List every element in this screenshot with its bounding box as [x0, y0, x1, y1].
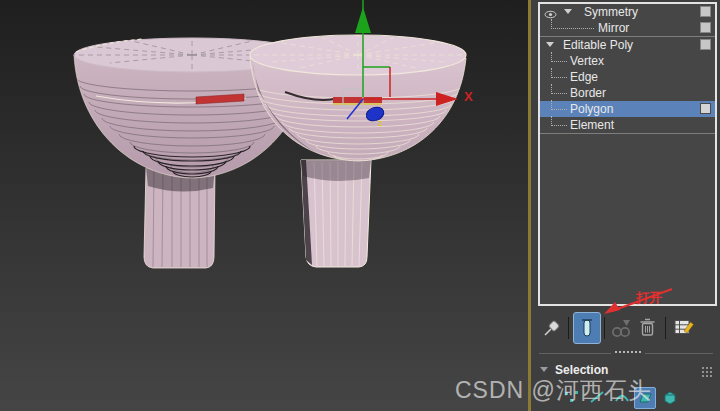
- command-panel: Symmetry Mirror Editable Poly Vertex Edg…: [531, 0, 720, 411]
- stack-divider: [540, 133, 715, 134]
- axis-z-label: z: [378, 118, 383, 128]
- stack-row-label: Polygon: [570, 101, 613, 117]
- stack-row-label: Vertex: [570, 53, 604, 69]
- show-end-result-button[interactable]: [573, 312, 601, 344]
- annotation-text: 打开: [636, 289, 662, 307]
- element-icon: [661, 389, 679, 405]
- polygon-icon: [636, 390, 654, 406]
- stack-row-label: Element: [570, 117, 614, 133]
- modifier-toggle-square[interactable]: [700, 103, 711, 114]
- make-unique-icon: [610, 318, 633, 339]
- pin-stack-button[interactable]: [539, 316, 563, 340]
- test-tube-icon: [580, 317, 594, 339]
- modifier-toggle-square[interactable]: [700, 39, 711, 50]
- tree-connector: [551, 52, 567, 62]
- toolbar-separator: [568, 317, 569, 339]
- stack-row-label: Mirror: [598, 20, 629, 36]
- chevron-down-icon[interactable]: [564, 9, 572, 14]
- stack-row-mirror[interactable]: Mirror: [540, 20, 715, 36]
- toolbar-separator: [665, 317, 666, 339]
- polygon-mode-button[interactable]: [634, 387, 656, 409]
- stack-row-label: Edge: [570, 69, 598, 85]
- rollout-splitter: [645, 353, 713, 354]
- selection-rollout-header[interactable]: Selection: [531, 360, 720, 380]
- vertex-icon: [563, 389, 581, 405]
- tree-connector: [551, 100, 567, 110]
- edge-mode-button[interactable]: [586, 387, 608, 409]
- modifier-stack-list[interactable]: Symmetry Mirror Editable Poly Vertex Edg…: [538, 2, 717, 306]
- remove-modifier-button[interactable]: [637, 315, 657, 339]
- trash-icon: [639, 317, 656, 337]
- stack-row-symmetry[interactable]: Symmetry: [540, 4, 715, 20]
- tree-connector: [551, 19, 594, 29]
- rollout-splitter: [539, 353, 611, 354]
- tree-connector: [551, 84, 567, 94]
- border-mode-button[interactable]: [611, 387, 633, 409]
- element-mode-button[interactable]: [659, 387, 681, 409]
- tree-connector: [551, 116, 567, 126]
- stack-row-editable-poly[interactable]: Editable Poly: [540, 37, 715, 53]
- stack-row-label: Editable Poly: [563, 37, 633, 53]
- selected-polygon-right[interactable]: [333, 97, 382, 103]
- border-icon: [613, 389, 631, 405]
- configure-modifier-sets-button[interactable]: [672, 316, 696, 338]
- make-unique-button[interactable]: [609, 317, 633, 339]
- chevron-down-icon[interactable]: [546, 42, 554, 47]
- vertex-mode-button[interactable]: [561, 387, 583, 409]
- stack-row-polygon[interactable]: Polygon: [540, 101, 715, 117]
- stack-row-element[interactable]: Element: [540, 117, 715, 133]
- rollout-drag-grip-icon[interactable]: [701, 366, 713, 377]
- stack-row-border[interactable]: Border: [540, 85, 715, 101]
- app-window: X z Symmetry Mirror: [0, 0, 720, 411]
- edge-icon: [588, 389, 606, 405]
- stack-row-label: Border: [570, 85, 606, 101]
- splitter-handle[interactable]: [615, 351, 641, 357]
- rollout-title: Selection: [555, 363, 608, 377]
- configure-sets-icon: [674, 318, 695, 337]
- tree-connector: [551, 68, 567, 78]
- modifier-toggle-square[interactable]: [700, 6, 711, 17]
- pin-icon: [542, 319, 561, 338]
- stack-row-label: Symmetry: [584, 4, 638, 20]
- stack-row-edge[interactable]: Edge: [540, 69, 715, 85]
- viewport-canvas[interactable]: X z: [0, 0, 528, 411]
- stack-row-vertex[interactable]: Vertex: [540, 53, 715, 69]
- toolbar-separator: [604, 317, 605, 339]
- rollout-caret-icon[interactable]: [540, 367, 548, 372]
- modifier-toggle-square[interactable]: [700, 22, 711, 33]
- axis-x-label: X: [464, 89, 473, 104]
